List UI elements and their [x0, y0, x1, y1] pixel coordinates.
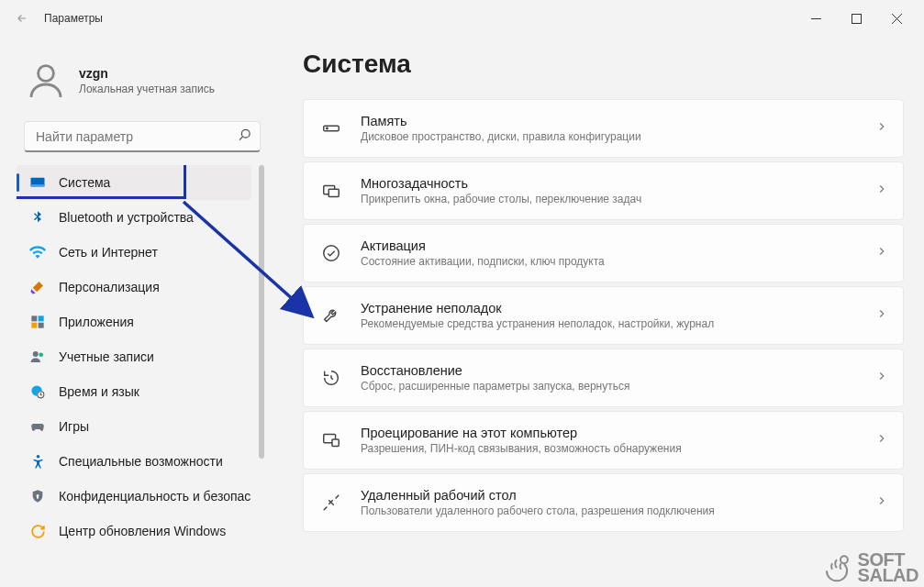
- nav-item-bluetooth[interactable]: Bluetooth и устройства: [17, 200, 251, 235]
- setting-subtitle: Дисковое пространство, диски, правила ко…: [361, 130, 875, 143]
- paintbrush-icon: [29, 279, 46, 295]
- search-input[interactable]: [24, 121, 261, 152]
- setting-subtitle: Состояние активации, подписки, ключ прод…: [361, 255, 875, 268]
- multitasking-icon: [320, 180, 342, 202]
- setting-subtitle: Пользователи удаленного рабочего стола, …: [361, 504, 875, 517]
- accessibility-icon: [29, 453, 46, 470]
- svg-rect-8: [39, 323, 44, 328]
- svg-rect-4: [31, 184, 45, 186]
- chevron-right-icon: [875, 183, 888, 199]
- search-box[interactable]: [24, 121, 261, 152]
- setting-title: Проецирование на этот компьютер: [361, 426, 875, 440]
- watermark-line2: SALAD: [858, 568, 918, 583]
- svg-point-1: [39, 66, 54, 82]
- search-icon: [238, 128, 251, 146]
- nav-label: Приложения: [59, 315, 134, 329]
- nav-item-network[interactable]: Сеть и Интернет: [17, 235, 251, 270]
- nav-label: Система: [59, 175, 110, 190]
- nav-label: Учетные записи: [59, 349, 154, 364]
- setting-title: Восстановление: [361, 363, 875, 378]
- svg-rect-18: [37, 496, 39, 499]
- projecting-icon: [320, 429, 342, 451]
- nav-item-accessibility[interactable]: Специальные возможности: [17, 444, 251, 479]
- sidebar: vzgn Локальная учетная запись Система: [0, 37, 275, 587]
- titlebar: Параметры: [0, 0, 924, 37]
- svg-point-9: [33, 351, 39, 357]
- apps-icon: [29, 314, 46, 330]
- svg-point-23: [324, 246, 340, 261]
- setting-troubleshoot[interactable]: Устранение неполадок Рекомендуемые средс…: [303, 286, 904, 345]
- nav-label: Сеть и Интернет: [59, 245, 158, 260]
- setting-multitasking[interactable]: Многозадачность Прикрепить окна, рабочие…: [303, 161, 904, 220]
- wrench-icon: [320, 305, 342, 327]
- close-button[interactable]: [876, 4, 917, 33]
- setting-projecting[interactable]: Проецирование на этот компьютер Разрешен…: [303, 411, 904, 470]
- setting-subtitle: Рекомендуемые средства устранения непола…: [361, 317, 875, 330]
- chevron-right-icon: [875, 370, 888, 386]
- nav-item-privacy[interactable]: Конфиденциальность и безопасность: [17, 479, 251, 514]
- setting-recovery[interactable]: Восстановление Сброс, расширенные параме…: [303, 349, 904, 407]
- nav-item-time[interactable]: Время и язык: [17, 374, 251, 409]
- nav-list: Система Bluetooth и устройства Сеть и Ин…: [17, 165, 268, 548]
- profile[interactable]: vzgn Локальная учетная запись: [17, 55, 268, 117]
- watermark: SOFT SALAD: [819, 550, 918, 585]
- setting-remote-desktop[interactable]: Удаленный рабочий стол Пользователи удал…: [303, 473, 904, 532]
- nav-scrollbar[interactable]: [259, 165, 264, 580]
- svg-point-14: [39, 425, 41, 426]
- bluetooth-icon: [29, 209, 46, 226]
- avatar-icon: [24, 59, 68, 103]
- shield-icon: [29, 488, 46, 504]
- update-icon: [29, 523, 46, 539]
- back-button[interactable]: [7, 4, 37, 33]
- svg-rect-5: [31, 316, 37, 321]
- svg-rect-22: [328, 189, 339, 196]
- profile-name: vzgn: [79, 66, 215, 81]
- svg-rect-6: [39, 316, 44, 321]
- svg-point-16: [36, 455, 39, 459]
- chevron-right-icon: [875, 245, 888, 261]
- svg-point-20: [327, 127, 328, 128]
- nav-item-update[interactable]: Центр обновления Windows: [17, 514, 251, 548]
- setting-title: Многозадачность: [361, 176, 875, 191]
- people-icon: [29, 349, 46, 365]
- remote-desktop-icon: [320, 492, 342, 514]
- svg-point-10: [39, 353, 44, 358]
- window-title: Параметры: [44, 12, 103, 25]
- nav-label: Конфиденциальность и безопасность: [59, 489, 251, 504]
- maximize-button[interactable]: [836, 4, 876, 33]
- svg-rect-0: [852, 14, 861, 23]
- nav-label: Центр обновления Windows: [59, 524, 226, 538]
- setting-subtitle: Прикрепить окна, рабочие столы, переключ…: [361, 193, 875, 205]
- setting-subtitle: Разрешения, ПИН-код связывания, возможно…: [361, 442, 875, 455]
- display-icon: [29, 174, 46, 191]
- chevron-right-icon: [875, 307, 888, 324]
- page-heading: Система: [303, 50, 904, 79]
- globe-clock-icon: [29, 383, 46, 400]
- nav-label: Игры: [59, 419, 89, 434]
- chevron-right-icon: [875, 494, 888, 511]
- storage-icon: [320, 117, 342, 139]
- nav-item-gaming[interactable]: Игры: [17, 409, 251, 444]
- svg-point-2: [241, 129, 250, 138]
- nav-item-accounts[interactable]: Учетные записи: [17, 339, 251, 374]
- chevron-right-icon: [875, 120, 888, 137]
- nav-item-apps[interactable]: Приложения: [17, 305, 251, 339]
- svg-rect-7: [31, 323, 37, 328]
- svg-rect-25: [332, 439, 339, 446]
- setting-subtitle: Сброс, расширенные параметры запуска, ве…: [361, 380, 875, 393]
- setting-title: Удаленный рабочий стол: [361, 488, 875, 503]
- nav-label: Время и язык: [59, 384, 139, 399]
- setting-title: Активация: [361, 238, 875, 253]
- nav-label: Персонализация: [59, 280, 160, 294]
- nav-label: Bluetooth и устройства: [59, 210, 194, 225]
- profile-subtitle: Локальная учетная запись: [79, 83, 215, 95]
- gamepad-icon: [29, 418, 46, 435]
- nav-item-system[interactable]: Система: [17, 165, 251, 200]
- setting-activation[interactable]: Активация Состояние активации, подписки,…: [303, 224, 904, 282]
- nav-label: Специальные возможности: [59, 454, 223, 469]
- minimize-button[interactable]: [796, 4, 836, 33]
- setting-title: Память: [361, 114, 875, 128]
- chevron-right-icon: [875, 432, 888, 449]
- nav-item-personalization[interactable]: Персонализация: [17, 270, 251, 305]
- setting-storage[interactable]: Память Дисковое пространство, диски, пра…: [303, 99, 904, 158]
